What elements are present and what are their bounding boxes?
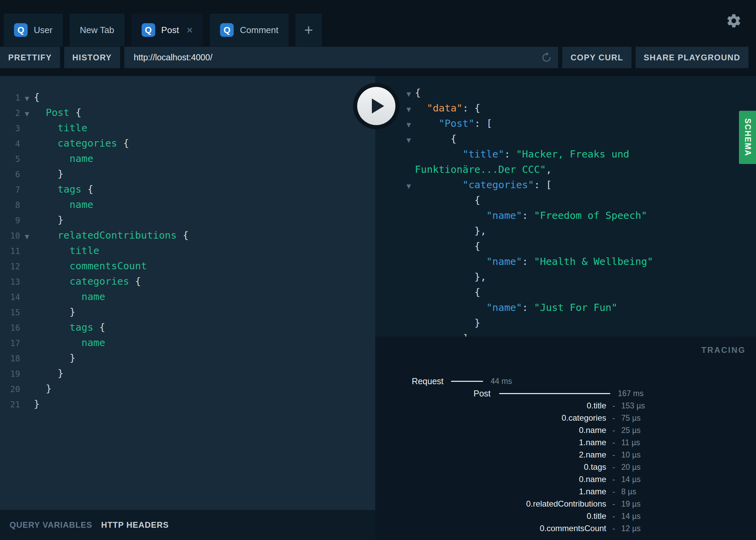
trace-label: 0.title: [375, 401, 606, 410]
response-line: "name": "Health & Wellbeing": [375, 254, 756, 269]
schema-tab-button[interactable]: SCHEMA: [739, 111, 756, 164]
response-line: }: [375, 315, 756, 331]
code-text: "data": {: [415, 101, 480, 116]
editor-line: 11 title: [0, 243, 375, 258]
code-text: {: [415, 85, 421, 101]
trace-dash: -: [606, 475, 621, 484]
trace-label: 1.name: [375, 487, 606, 496]
tab-post[interactable]: QPost×: [131, 14, 203, 46]
line-number: 3: [0, 121, 20, 136]
code-text: relatedContributions {: [34, 228, 189, 243]
http-headers-tab[interactable]: HTTP HEADERS: [101, 520, 169, 530]
line-number: 14: [0, 290, 20, 305]
editor-line: 21}: [0, 396, 375, 412]
line-number: 4: [0, 136, 20, 152]
query-variables-tab[interactable]: QUERY VARIABLES: [10, 520, 92, 530]
code-text: name: [34, 151, 93, 166]
tab-bar: QUserNew TabQPost×QComment+: [0, 0, 756, 46]
code-text: ]: [415, 331, 468, 336]
code-text: "name": "Freedom of Speech": [415, 208, 647, 223]
query-badge-icon: Q: [220, 23, 234, 37]
fold-caret-icon[interactable]: ▼: [20, 229, 34, 244]
trace-row: 0.commentsCount-12 µs: [375, 522, 756, 535]
editor-line: 18 }: [0, 350, 375, 366]
line-number: 7: [0, 182, 20, 198]
editor-line: 4 categories {: [0, 136, 375, 151]
trace-value: 25 µs: [621, 426, 641, 435]
code-text: "categories": [: [415, 177, 552, 193]
code-text: "title": "Hacker, Freaks und: [415, 147, 629, 162]
fold-caret-icon[interactable]: ▼: [403, 117, 415, 133]
tab-comment[interactable]: QComment: [210, 14, 289, 46]
settings-gear-icon[interactable]: [726, 13, 742, 29]
trace-row: 0.relatedContributions-19 µs: [375, 498, 756, 510]
query-badge-icon: Q: [14, 23, 28, 37]
code-text: Funktionäre...Der CCC",: [415, 162, 552, 177]
trace-value: 11 µs: [621, 438, 640, 447]
response-line: "title": "Hacker, Freaks und: [375, 147, 756, 162]
code-text: }: [34, 166, 63, 182]
trace-dash: -: [606, 401, 621, 410]
response-line: ▼ "Post": [: [375, 116, 756, 131]
tab-user[interactable]: QUser: [4, 14, 63, 46]
new-tab-button[interactable]: +: [295, 14, 322, 46]
code-text: },: [415, 223, 486, 239]
tab-new-tab[interactable]: New Tab: [70, 14, 125, 46]
copy-curl-button[interactable]: COPY CURL: [562, 47, 631, 68]
trace-label: 2.name: [375, 450, 606, 460]
fold-caret-icon[interactable]: ▼: [20, 106, 34, 122]
fold-caret-icon[interactable]: ▼: [20, 91, 34, 106]
response-line: ▼ "categories": [: [375, 177, 756, 193]
code-text: {: [34, 90, 40, 105]
code-text: }: [34, 366, 63, 381]
trace-row: 0.categories-75 µs: [375, 412, 756, 424]
history-button[interactable]: HISTORY: [64, 47, 120, 68]
query-editor[interactable]: 1▼{2▼ Post {3 title4 categories {5 name6…: [0, 76, 375, 510]
line-number: 12: [0, 259, 20, 274]
response-line: {: [375, 193, 756, 208]
code-text: "name": "Health & Wellbeing": [415, 254, 653, 269]
trace-dash: -: [606, 462, 621, 472]
code-text: tags {: [34, 182, 93, 197]
fold-caret-icon[interactable]: ▼: [403, 87, 415, 102]
line-number: 11: [0, 244, 20, 259]
line-number: 15: [0, 305, 20, 320]
execute-query-button[interactable]: [353, 83, 399, 129]
play-icon: [357, 87, 395, 125]
trace-dash: -: [606, 511, 621, 521]
response-line: },: [375, 269, 756, 285]
close-tab-icon[interactable]: ×: [187, 25, 193, 35]
line-number: 1: [0, 90, 20, 106]
trace-row: 0.title-14 µs: [375, 510, 756, 522]
code-text: categories {: [34, 136, 129, 151]
trace-dash: -: [606, 499, 621, 509]
fold-caret-icon[interactable]: ▼: [403, 179, 415, 194]
code-text: Post {: [34, 105, 82, 120]
line-number: 2: [0, 106, 20, 121]
editor-line: 1▼{: [0, 90, 375, 105]
code-text: "name": "Just For Fun": [415, 300, 617, 315]
trace-value: 153 µs: [621, 401, 645, 410]
response-viewer[interactable]: ▼{▼ "data": {▼ "Post": [▼ { "title": "Ha…: [375, 76, 756, 336]
code-text: name: [34, 289, 105, 304]
tab-list: QUserNew TabQPost×QComment+: [4, 14, 329, 46]
editor-footer: QUERY VARIABLES HTTP HEADERS: [0, 510, 375, 540]
editor-line: 12 commentsCount: [0, 258, 375, 274]
response-line: {: [375, 239, 756, 254]
prettify-button[interactable]: PRETTIFY: [0, 47, 60, 68]
fold-caret-icon[interactable]: ▼: [403, 133, 415, 148]
code-text: name: [34, 335, 105, 350]
reload-schema-icon[interactable]: [540, 51, 553, 64]
code-text: {: [415, 193, 480, 208]
code-text: categories {: [34, 274, 141, 289]
share-playground-button[interactable]: SHARE PLAYGROUND: [636, 47, 748, 68]
endpoint-url-input[interactable]: [124, 47, 558, 68]
code-text: }: [34, 350, 75, 366]
code-text: {: [415, 285, 480, 300]
editor-line: 17 name: [0, 335, 375, 350]
code-text: }: [34, 304, 75, 320]
editor-line: 19 }: [0, 366, 375, 381]
line-number: 17: [0, 336, 20, 351]
fold-caret-icon[interactable]: ▼: [403, 102, 415, 117]
editor-line: 6 }: [0, 166, 375, 182]
